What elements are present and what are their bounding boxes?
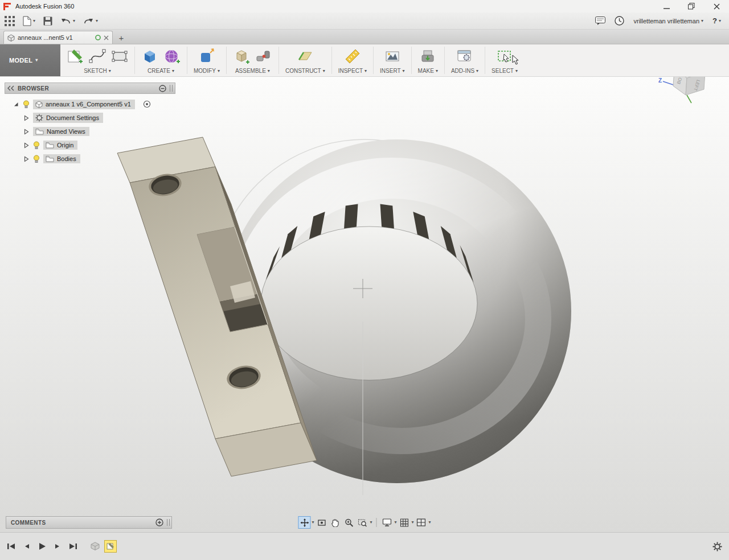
browser-row-origin[interactable]: Origin — [5, 138, 175, 152]
dropdown-caret[interactable]: ▾ — [394, 520, 396, 525]
redo-button[interactable]: ▾ — [83, 17, 98, 25]
ribbon-group-addins[interactable]: ADD-INS▾ — [445, 44, 485, 76]
tree-item-chip[interactable]: Origin — [43, 141, 77, 150]
restore-button[interactable] — [679, 0, 704, 13]
new-component-icon[interactable] — [233, 48, 250, 65]
insert-image-icon[interactable] — [384, 48, 401, 65]
folder-icon — [46, 142, 54, 149]
ribbon-group-construct[interactable]: CONSTRUCT▾ — [279, 44, 331, 76]
viewports-button[interactable] — [415, 516, 428, 529]
browser-row-document-settings[interactable]: Document Settings — [5, 111, 175, 125]
timeline-step-forward-button[interactable] — [51, 541, 64, 552]
group-label: CREATE — [148, 68, 170, 74]
timeline-skip-end-button[interactable] — [66, 541, 80, 552]
expander-collapsed-icon[interactable] — [23, 142, 30, 149]
scripts-addins-icon[interactable] — [456, 48, 473, 65]
comments-bar[interactable]: COMMENTS — [6, 516, 172, 529]
timeline-feature-body[interactable] — [89, 540, 101, 553]
3d-print-icon[interactable] — [419, 48, 436, 65]
spline-icon[interactable] — [89, 48, 106, 65]
group-label: SKETCH — [84, 68, 107, 74]
minimize-panel-icon[interactable] — [159, 85, 166, 92]
save-button[interactable] — [43, 17, 52, 26]
undo-button[interactable]: ▾ — [60, 17, 75, 25]
dropdown-caret[interactable]: ▾ — [370, 520, 372, 525]
tree-item-label: Named Views — [47, 128, 85, 135]
activate-component-radio[interactable] — [143, 100, 151, 108]
pan-button[interactable] — [329, 516, 341, 529]
timeline-feature-selected[interactable] — [104, 540, 117, 553]
panel-grip[interactable] — [167, 519, 170, 526]
workspace-selector[interactable]: MODEL ▾ — [0, 44, 60, 76]
collapse-panel-icon[interactable] — [7, 85, 14, 91]
browser-row-named-views[interactable]: Named Views — [5, 125, 175, 138]
browser-row-bodies[interactable]: Bodies — [5, 152, 175, 166]
expander-expanded-icon[interactable] — [13, 101, 19, 107]
browser-header[interactable]: BROWSER — [5, 83, 175, 94]
ribbon-group-sketch[interactable]: SKETCH▾ — [60, 44, 134, 76]
expander-collapsed-icon[interactable] — [23, 115, 30, 121]
new-document-tab-button[interactable]: + — [115, 31, 128, 44]
tree-item-chip[interactable]: Document Settings — [33, 113, 103, 123]
visibility-bulb-icon[interactable] — [33, 141, 40, 150]
close-button[interactable] — [704, 0, 729, 13]
tree-item-chip[interactable]: Named Views — [33, 127, 89, 136]
visibility-bulb-icon[interactable] — [23, 100, 30, 109]
tree-item-label: Origin — [57, 142, 73, 149]
help-menu[interactable]: ? ▾ — [712, 17, 721, 25]
ribbon-group-modify[interactable]: MODIFY▾ — [187, 44, 226, 76]
component-chip[interactable]: anneaux 1 v6_Component5 v1 — [33, 100, 135, 109]
group-label: INSERT — [380, 68, 401, 74]
look-at-button[interactable] — [315, 516, 327, 529]
press-pull-icon[interactable] — [198, 48, 215, 65]
user-account-menu[interactable]: vrilletteman vrilletteman ▾ — [633, 18, 703, 24]
notifications-button[interactable] — [595, 17, 605, 26]
job-status-button[interactable] — [615, 16, 624, 26]
joint-icon[interactable] — [255, 48, 272, 65]
ribbon-group-inspect[interactable]: INSPECT▾ — [332, 44, 373, 76]
select-tool-icon[interactable] — [496, 48, 513, 65]
tree-item-chip[interactable]: Bodies — [43, 154, 80, 163]
ribbon-group-create[interactable]: CREATE▾ — [135, 44, 187, 76]
add-comment-icon[interactable] — [155, 518, 163, 526]
group-label: ASSEMBLE — [235, 68, 266, 74]
sync-status-icon — [95, 35, 101, 40]
timeline-skip-start-button[interactable] — [5, 541, 18, 552]
dropdown-caret: ▾ — [33, 19, 35, 23]
extrude-icon[interactable] — [141, 48, 158, 65]
document-tab[interactable]: anneaux ...nent5 v1 — [3, 31, 113, 44]
zoom-button[interactable] — [342, 516, 355, 529]
file-menu-button[interactable]: ▾ — [23, 16, 35, 26]
expander-collapsed-icon[interactable] — [23, 156, 30, 162]
ribbon-group-assemble[interactable]: ASSEMBLE▾ — [227, 44, 279, 76]
dropdown-caret[interactable]: ▾ — [312, 520, 314, 525]
document-tab-bar: anneaux ...nent5 v1 + — [0, 30, 729, 44]
timeline-step-back-button[interactable] — [20, 541, 34, 552]
visibility-bulb-icon[interactable] — [33, 155, 40, 163]
dropdown-caret[interactable]: ▾ — [412, 520, 414, 525]
create-sketch-icon[interactable] — [67, 48, 84, 65]
ribbon-group-insert[interactable]: INSERT▾ — [374, 44, 411, 76]
grid-snap-button[interactable] — [398, 516, 411, 529]
group-label: SELECT — [492, 68, 514, 74]
app-grid-button[interactable] — [5, 16, 15, 26]
rectangle-tool-icon[interactable] — [111, 48, 128, 65]
dropdown-caret[interactable]: ▾ — [429, 520, 431, 525]
display-settings-button[interactable] — [380, 516, 393, 529]
dropdown-caret: ▾ — [172, 69, 174, 73]
orbit-button[interactable] — [298, 516, 310, 529]
zoom-window-button[interactable] — [356, 516, 368, 529]
viewport-canvas[interactable]: BROWSER anneaux 1 v6_Component5 v1 — [0, 77, 729, 532]
dropdown-caret: ▾ — [515, 69, 518, 73]
construction-plane-icon[interactable] — [297, 48, 314, 65]
timeline-play-button[interactable] — [35, 541, 49, 552]
ribbon-group-make[interactable]: MAKE▾ — [412, 44, 444, 76]
minimize-button[interactable] — [654, 0, 679, 13]
create-form-icon[interactable] — [163, 48, 181, 65]
expander-collapsed-icon[interactable] — [23, 129, 30, 135]
tab-close-icon[interactable] — [104, 35, 109, 40]
panel-grip[interactable] — [170, 85, 173, 92]
timeline-settings-gear-icon[interactable] — [712, 542, 722, 551]
measure-icon[interactable] — [344, 48, 361, 65]
browser-root-row[interactable]: anneaux 1 v6_Component5 v1 — [5, 97, 175, 111]
